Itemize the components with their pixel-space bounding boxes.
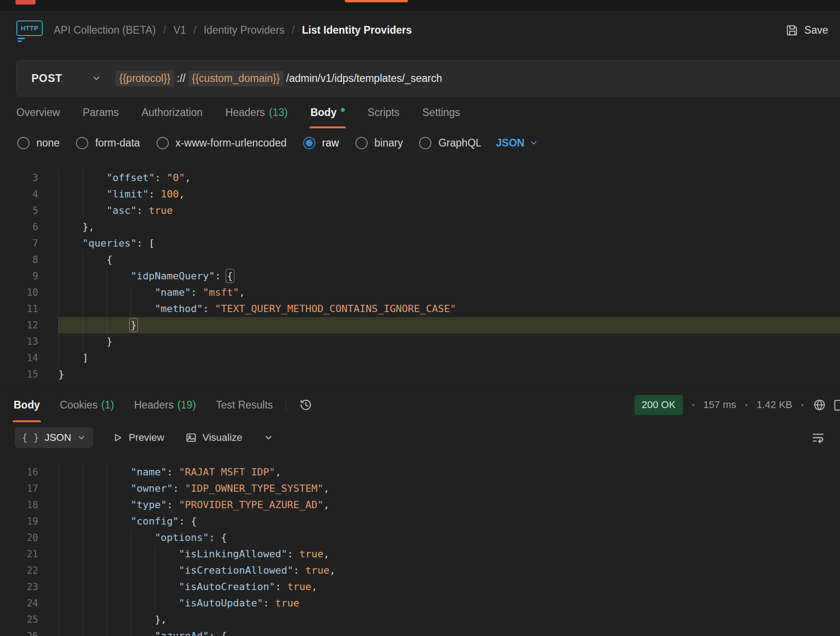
indent-guide: [82, 202, 106, 219]
code-token: true: [305, 565, 329, 576]
code-line[interactable]: 21"isLinkingAllowed": true,: [0, 546, 840, 562]
code-token: true: [275, 597, 299, 609]
code-content: ]: [58, 350, 840, 366]
code-content: }: [58, 333, 840, 350]
tab-headers[interactable]: Headers(13): [225, 96, 288, 128]
code-token: "azureAd": [155, 630, 209, 636]
indent-guide: [58, 301, 82, 317]
code-line[interactable]: 17"owner": "IDP_OWNER_TYPE_SYSTEM",: [0, 480, 840, 497]
code-token: :: [191, 287, 203, 298]
history-icon[interactable]: [299, 388, 313, 422]
code-line[interactable]: 25},: [0, 611, 840, 628]
body-mode-form-data[interactable]: form-data: [76, 137, 140, 149]
code-line[interactable]: 7"queries": [: [0, 235, 840, 252]
indent-guide: [106, 268, 131, 284]
request-body-editor[interactable]: 3"offset": "0",4"limit": 100,5"asc": tru…: [0, 166, 840, 387]
code-line[interactable]: 15}: [0, 366, 840, 383]
tab-overview[interactable]: Overview: [16, 96, 60, 128]
tab-params[interactable]: Params: [83, 96, 119, 128]
indent-guide: [82, 464, 106, 480]
code-token: "PROVIDER_TYPE_AZURE_AD": [179, 499, 324, 510]
code-token: "isAutoCreation": [179, 581, 275, 592]
method-label: POST: [31, 72, 62, 85]
code-line[interactable]: 10"name": "msft",: [0, 284, 840, 301]
url-input[interactable]: {{protocol}}://{{custom_domain}}/admin/v…: [114, 71, 443, 86]
radio-icon: [76, 137, 88, 149]
code-content: "owner": "IDP_OWNER_TYPE_SYSTEM",: [58, 480, 840, 497]
code-line[interactable]: 5"asc": true: [0, 202, 840, 219]
radio-icon: [419, 137, 431, 149]
breadcrumb-item-identity-providers[interactable]: Identity Providers: [203, 24, 284, 36]
code-line[interactable]: 16"name": "RAJAT MSFT IDP",: [0, 464, 840, 480]
body-mode-binary[interactable]: binary: [355, 137, 403, 149]
code-line[interactable]: 26"azureAd": {: [0, 628, 840, 636]
code-line[interactable]: 14]: [0, 350, 840, 366]
code-line[interactable]: 24"isAutoUpdate": true: [0, 595, 840, 611]
wrap-text-icon[interactable]: [811, 430, 825, 445]
tab-authorization[interactable]: Authorization: [142, 96, 202, 128]
indent-guide: [58, 546, 82, 562]
indent-guide: [58, 513, 82, 530]
line-number: 15: [0, 366, 58, 383]
tab-settings[interactable]: Settings: [422, 96, 460, 128]
tab-scripts[interactable]: Scripts: [368, 96, 400, 128]
code-line[interactable]: 4"limit": 100,: [0, 186, 840, 202]
code-line[interactable]: 13}: [0, 333, 840, 350]
unsaved-changes-dot: [341, 108, 345, 112]
body-mode-label: form-data: [95, 137, 140, 149]
code-line[interactable]: 22"isCreationAllowed": true,: [0, 562, 840, 579]
line-number: 17: [0, 480, 58, 497]
save-button[interactable]: Save: [785, 23, 828, 37]
body-mode-raw[interactable]: raw: [303, 137, 339, 149]
code-token: :: [203, 303, 215, 314]
response-size: 1.42 KB: [757, 399, 792, 411]
indent-guide: [131, 546, 155, 562]
network-icon[interactable]: [813, 398, 826, 412]
code-line[interactable]: 8{: [0, 252, 840, 268]
tab-body[interactable]: Body: [310, 96, 345, 128]
code-line[interactable]: 9"idpNameQuery": {: [0, 268, 840, 284]
line-number: 14: [0, 350, 58, 366]
preview-button[interactable]: Preview: [109, 431, 167, 444]
visualize-button[interactable]: Visualize: [182, 431, 245, 444]
code-line[interactable]: 20"options": {: [0, 530, 840, 546]
body-mode-none[interactable]: none: [17, 137, 60, 149]
response-tab-test-results[interactable]: Test Results: [216, 388, 273, 422]
response-format-dropdown[interactable]: { } JSON: [15, 427, 93, 448]
code-line[interactable]: 3"offset": "0",: [0, 170, 840, 186]
breadcrumb-item-api-collection-beta[interactable]: API Collection (BETA): [54, 24, 156, 36]
code-token: :: [167, 466, 179, 478]
code-content: "name": "msft",: [58, 284, 840, 301]
indent-guide: [82, 530, 106, 546]
code-line[interactable]: 18"type": "PROVIDER_TYPE_AZURE_AD",: [0, 497, 840, 513]
code-line[interactable]: 23"isAutoCreation": true,: [0, 579, 840, 595]
breadcrumb-item-v1[interactable]: V1: [173, 24, 186, 36]
tab-count: (19): [177, 399, 196, 411]
body-language-dropdown[interactable]: JSON: [496, 137, 538, 149]
indent-guide: [82, 317, 106, 333]
tab-label: Headers: [225, 106, 265, 119]
indent-guide: [82, 497, 106, 513]
more-options-chevron[interactable]: [261, 432, 276, 443]
method-dropdown[interactable]: POST: [17, 72, 114, 85]
code-token: ,: [275, 466, 281, 478]
request-header: HTTP API Collection (BETA)/V1/Identity P…: [0, 11, 840, 49]
code-token: :: [155, 172, 167, 183]
code-content: "isCreationAllowed": true,: [58, 562, 840, 579]
code-token: :: [215, 270, 227, 282]
response-tab-headers[interactable]: Headers(19): [134, 388, 196, 422]
response-tab-body[interactable]: Body: [14, 388, 40, 422]
code-line[interactable]: 11"method": "TEXT_QUERY_METHOD_CONTAINS_…: [0, 301, 840, 317]
line-number: 18: [0, 497, 58, 513]
response-body-editor[interactable]: 16"name": "RAJAT MSFT IDP",17"owner": "I…: [0, 453, 840, 636]
code-line[interactable]: 12}: [0, 317, 840, 333]
response-tab-cookies[interactable]: Cookies(1): [60, 388, 114, 422]
body-mode-graphql[interactable]: GraphQL: [419, 137, 481, 149]
body-mode-x-www-form-urlencoded[interactable]: x-www-form-urlencoded: [157, 137, 287, 149]
braces-icon: { }: [22, 432, 39, 443]
code-token: "msft": [203, 287, 239, 298]
tab-label: Settings: [422, 106, 460, 119]
code-line[interactable]: 19"config": {: [0, 513, 840, 530]
code-line[interactable]: 6},: [0, 219, 840, 235]
save-response-icon[interactable]: [833, 398, 840, 412]
